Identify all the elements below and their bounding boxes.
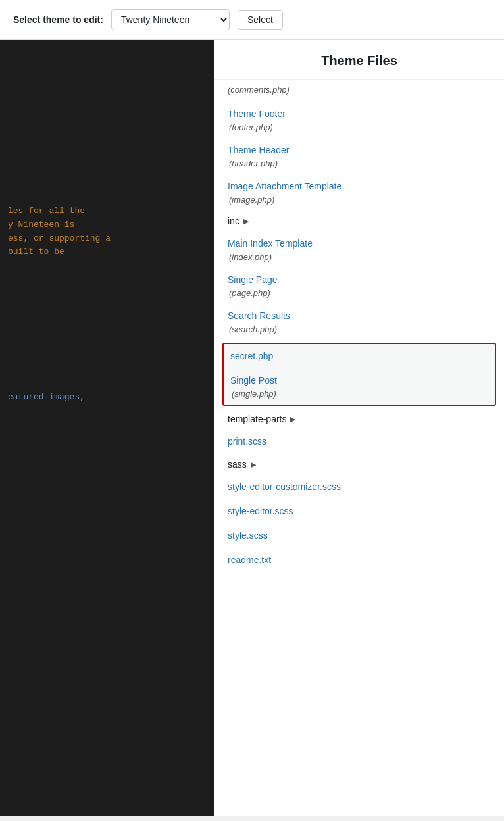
file-item-theme-footer[interactable]: Theme Footer (footer.php): [214, 102, 504, 138]
folder-inc-label: inc: [228, 216, 239, 226]
single-page-link[interactable]: Single Page: [228, 273, 491, 287]
theme-footer-subname: (footer.php): [228, 122, 273, 132]
file-item-single-post[interactable]: Single Post (single.php): [224, 368, 495, 405]
single-post-link[interactable]: Single Post: [230, 374, 488, 387]
file-item-secret-php[interactable]: secret.php: [224, 344, 495, 368]
main-container: les for all the y Nineteen is ess, or su…: [0, 40, 504, 816]
folder-template-parts-arrow: ▶: [290, 415, 295, 424]
folder-template-parts-label: template-parts: [228, 414, 286, 424]
folder-sass-label: sass: [228, 459, 247, 470]
single-page-subname: (page.php): [228, 288, 270, 298]
readme-link[interactable]: readme.txt: [228, 553, 491, 567]
theme-header-link[interactable]: Theme Header: [228, 143, 491, 157]
file-item-search-results[interactable]: Search Results (search.php): [214, 304, 504, 340]
theme-footer-link[interactable]: Theme Footer: [228, 107, 491, 121]
search-results-link[interactable]: Search Results: [228, 309, 491, 323]
style-editor-customizer-link[interactable]: style-editor-customizer.scss: [228, 480, 491, 494]
files-panel: Theme Files (comments.php) Theme Footer …: [214, 40, 504, 816]
search-results-subname: (search.php): [228, 324, 277, 334]
highlighted-group: secret.php Single Post (single.php): [222, 343, 496, 406]
print-scss-link[interactable]: print.scss: [228, 435, 491, 449]
image-attachment-subname: (image.php): [228, 195, 274, 205]
code-content: les for all the y Nineteen is ess, or su…: [0, 47, 214, 411]
folder-sass[interactable]: sass ▶: [214, 454, 504, 475]
file-item-main-index[interactable]: Main Index Template (index.php): [214, 232, 504, 268]
file-item-style-scss[interactable]: style.scss: [214, 524, 504, 548]
files-panel-title: Theme Files: [214, 40, 504, 80]
file-list: (comments.php) Theme Footer (footer.php)…: [214, 80, 504, 572]
theme-select-label: Select theme to edit:: [13, 14, 103, 25]
theme-header-subname: (header.php): [228, 159, 278, 168]
folder-inc[interactable]: inc ▶: [214, 211, 504, 232]
style-editor-link[interactable]: style-editor.scss: [228, 505, 491, 518]
file-item-theme-header[interactable]: Theme Header (header.php): [214, 138, 504, 174]
file-item-image-attachment[interactable]: Image Attachment Template (image.php): [214, 174, 504, 211]
code-line-1: les for all the: [8, 205, 206, 218]
file-item-style-editor[interactable]: style-editor.scss: [214, 499, 504, 524]
select-button[interactable]: Select: [238, 10, 283, 30]
code-line-3: ess, or supporting a: [8, 232, 206, 246]
secret-php-link[interactable]: secret.php: [230, 349, 488, 363]
style-scss-link[interactable]: style.scss: [228, 529, 491, 543]
code-panel: les for all the y Nineteen is ess, or su…: [0, 40, 214, 816]
folder-inc-arrow: ▶: [243, 217, 249, 226]
file-item-print-scss[interactable]: print.scss: [214, 430, 504, 454]
single-post-subname: (single.php): [230, 389, 276, 399]
comments-subname: (comments.php): [228, 85, 290, 95]
theme-select[interactable]: Twenty Nineteen: [111, 9, 230, 30]
file-item-readme[interactable]: readme.txt: [214, 548, 504, 572]
image-attachment-link[interactable]: Image Attachment Template: [228, 180, 491, 193]
main-index-subname: (index.php): [228, 252, 272, 262]
folder-sass-arrow: ▶: [251, 460, 256, 469]
file-item-single-page[interactable]: Single Page (page.php): [214, 268, 504, 304]
file-item-style-editor-customizer[interactable]: style-editor-customizer.scss: [214, 475, 504, 499]
main-index-link[interactable]: Main Index Template: [228, 237, 491, 251]
code-line-5: eatured-images,: [8, 391, 206, 405]
folder-template-parts[interactable]: template-parts ▶: [214, 409, 504, 430]
code-line-2: y Nineteen is: [8, 218, 206, 232]
code-line-4: built to be: [8, 245, 206, 259]
top-bar: Select theme to edit: Twenty Nineteen Se…: [0, 0, 504, 40]
file-item-comments: (comments.php): [214, 80, 504, 102]
